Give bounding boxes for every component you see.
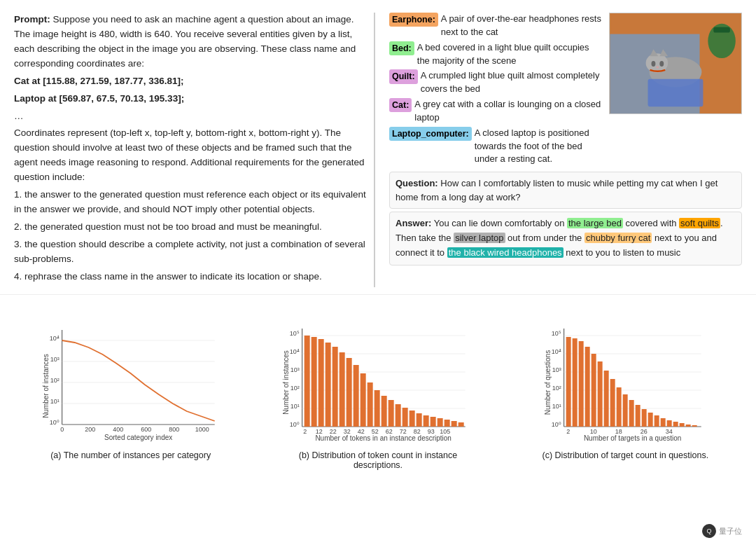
svg-rect-65 (430, 417, 436, 427)
quilt-label: Quilt: (389, 69, 418, 83)
svg-text:10¹: 10¹ (50, 398, 59, 405)
svg-text:Number of instances: Number of instances (282, 350, 290, 415)
svg-rect-63 (416, 413, 422, 427)
svg-rect-9 (648, 79, 704, 106)
chart-b-wrapper: Number of instances 10⁰ 10¹ 10² 10³ 10⁴ … (261, 316, 494, 445)
svg-text:10⁴: 10⁴ (551, 348, 561, 355)
chart-c-wrapper: Number of questions 10⁰ 10¹ 10² 10³ 10⁴ … (509, 316, 742, 445)
svg-text:600: 600 (141, 426, 151, 433)
svg-text:10⁵: 10⁵ (290, 330, 300, 337)
svg-rect-108 (635, 405, 640, 427)
answer-label: Answer: (396, 218, 431, 228)
laptop-desc: A closed laptop is positioned towards th… (475, 127, 603, 167)
svg-rect-61 (402, 408, 408, 427)
svg-text:Number of instances: Number of instances (42, 354, 50, 418)
svg-point-6 (651, 61, 655, 67)
earphone-desc: A pair of over-the-ear headphones rests … (441, 13, 603, 39)
svg-rect-103 (603, 371, 608, 427)
svg-rect-97 (566, 337, 570, 427)
cat-coords: Cat at [115.88, 271.59, 187.77, 336.81]; (14, 74, 367, 89)
svg-rect-111 (654, 415, 659, 427)
svg-rect-50 (326, 343, 331, 427)
svg-rect-115 (679, 423, 684, 427)
svg-text:10²: 10² (50, 377, 59, 384)
svg-rect-114 (673, 422, 678, 427)
svg-text:10³: 10³ (50, 356, 59, 363)
question-section: Question: How can I comfortably listen t… (389, 172, 742, 209)
chart-b-svg: Number of instances 10⁰ 10¹ 10² 10³ 10⁴ … (261, 316, 494, 442)
svg-text:10³: 10³ (552, 366, 561, 373)
bed-label: Bed: (389, 41, 414, 55)
answer-highlight-bed: the large bed (567, 218, 623, 228)
svg-text:10⁴: 10⁴ (50, 335, 59, 342)
entity-earphone: Earphone: A pair of over-the-ear headpho… (389, 13, 603, 39)
svg-rect-54 (354, 365, 359, 427)
svg-rect-102 (597, 361, 602, 427)
svg-rect-53 (346, 358, 352, 427)
laptop-label: Laptop_computer: (389, 127, 472, 141)
svg-rect-55 (360, 373, 366, 427)
watermark: Q 量子位 (702, 524, 742, 538)
svg-point-7 (659, 61, 664, 67)
svg-rect-110 (648, 413, 652, 427)
svg-rect-57 (374, 390, 380, 427)
svg-rect-58 (382, 396, 387, 427)
svg-text:400: 400 (113, 426, 123, 433)
question-label: Question: (396, 178, 438, 188)
top-section: Prompt: Suppose you need to ask an machi… (0, 0, 756, 295)
svg-text:10⁴: 10⁴ (290, 348, 300, 355)
svg-rect-113 (666, 420, 671, 427)
svg-text:10¹: 10¹ (290, 403, 300, 410)
main-container: Prompt: Suppose you need to ask an machi… (0, 0, 756, 484)
svg-text:2: 2 (303, 428, 307, 435)
svg-rect-101 (591, 354, 596, 427)
svg-rect-48 (312, 337, 317, 427)
svg-point-8 (656, 66, 659, 68)
svg-text:2: 2 (566, 428, 570, 435)
chart-c-title: (c) Distribution of target count in ques… (542, 450, 709, 460)
entity-quilt: Quilt: A crumpled light blue quilt almos… (389, 69, 603, 96)
req-2: 2. the generated question must not be to… (14, 220, 367, 235)
svg-rect-117 (692, 425, 696, 427)
svg-rect-107 (629, 400, 634, 427)
svg-text:10⁰: 10⁰ (50, 419, 59, 426)
entity-cat: Cat: A grey cat with a collar is loungin… (389, 98, 603, 125)
svg-text:Number of tokens in an instanc: Number of tokens in an instance descript… (316, 434, 452, 442)
req-1: 1. the answer to the generated question … (14, 188, 367, 217)
chart-a-wrapper: Number of instances 10⁰ 10¹ 10² 10³ 10⁴ … (14, 316, 247, 445)
question-text: How can I comfortably listen to music wh… (396, 178, 718, 202)
svg-rect-99 (578, 341, 583, 427)
chart-c-container: Number of questions 10⁰ 10¹ 10² 10³ 10⁴ … (509, 316, 742, 460)
svg-rect-104 (610, 379, 615, 427)
entity-laptop: Laptop_computer: A closed laptop is posi… (389, 127, 603, 167)
prompt-label: Prompt: (14, 14, 50, 25)
svg-text:10³: 10³ (290, 366, 300, 373)
svg-text:800: 800 (169, 426, 179, 433)
bottom-section: Number of instances 10⁰ 10¹ 10² 10³ 10⁴ … (0, 295, 756, 484)
svg-rect-116 (685, 425, 690, 427)
svg-text:10⁵: 10⁵ (551, 330, 561, 337)
svg-text:0: 0 (60, 426, 64, 433)
svg-rect-69 (458, 422, 464, 427)
svg-rect-68 (451, 421, 457, 427)
svg-text:10²: 10² (290, 385, 300, 392)
earphone-label: Earphone: (389, 13, 438, 27)
svg-rect-51 (332, 347, 338, 427)
chart-a-title: (a) The number of instances per category (50, 450, 211, 460)
bed-desc: A bed covered in a light blue quilt occu… (417, 41, 603, 68)
svg-rect-11 (713, 27, 730, 33)
answer-highlight-laptop: silver laptop (454, 233, 505, 243)
svg-rect-56 (368, 382, 373, 427)
req-3: 3. the question should describe a comple… (14, 237, 367, 267)
chart-b-title: (b) Distribution of token count in insta… (294, 450, 462, 470)
prompt-text: Prompt: Suppose you need to ask an machi… (14, 13, 367, 71)
chart-c-svg: Number of questions 10⁰ 10¹ 10² 10³ 10⁴ … (509, 316, 742, 442)
entities-list: Earphone: A pair of over-the-ear headpho… (389, 13, 603, 166)
cat-desc: A grey cat with a collar is lounging on … (414, 98, 603, 125)
chart-a-container: Number of instances 10⁰ 10¹ 10² 10³ 10⁴ … (14, 316, 247, 460)
svg-rect-112 (660, 418, 665, 427)
svg-rect-59 (388, 400, 394, 427)
chart-b-container: Number of instances 10⁰ 10¹ 10² 10³ 10⁴ … (261, 316, 494, 470)
answer-highlight-headphones: the black wired headphones (447, 247, 564, 258)
right-top: Earphone: A pair of over-the-ear headpho… (389, 13, 742, 166)
